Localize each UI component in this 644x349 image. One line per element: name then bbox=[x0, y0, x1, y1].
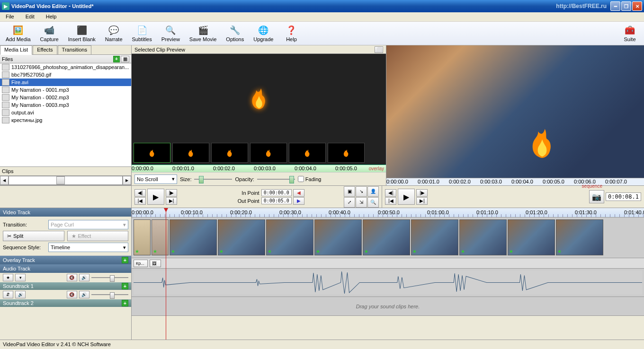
add-st1-button[interactable]: + bbox=[122, 283, 128, 289]
files-view-button[interactable]: ▦ bbox=[121, 56, 129, 62]
file-item[interactable]: My Narration - 0001.mp3 bbox=[0, 86, 131, 94]
video-clip[interactable] bbox=[134, 219, 151, 255]
add-st2-button[interactable]: + bbox=[122, 300, 128, 306]
seq-play-button[interactable]: ▶ bbox=[398, 189, 415, 205]
file-item[interactable]: My Narration - 0002.mp3 bbox=[0, 94, 131, 101]
subtitles-button[interactable]: 📄Subtitles bbox=[129, 24, 155, 43]
video-clip[interactable] bbox=[170, 219, 217, 255]
soundtrack-lane[interactable]: Drag your sound clips here. bbox=[132, 297, 644, 316]
st1-mute-button[interactable]: 🔇 bbox=[67, 291, 77, 298]
suite-button[interactable]: 🧰Suite bbox=[618, 24, 641, 43]
clip-end-button[interactable]: ▶| bbox=[166, 197, 177, 205]
video-track[interactable] bbox=[132, 218, 644, 258]
video-clip[interactable] bbox=[459, 219, 507, 255]
clip-play-button[interactable]: ▶ bbox=[147, 189, 164, 205]
file-list[interactable]: 1310276966_photoshop_animation_disappear… bbox=[0, 63, 131, 166]
thumbnail[interactable] bbox=[289, 143, 326, 163]
fading-checkbox[interactable]: Fading bbox=[298, 176, 322, 182]
insert-blank-button[interactable]: ⬛Insert Blank bbox=[65, 24, 98, 43]
audio-track[interactable] bbox=[132, 269, 644, 297]
file-item[interactable]: bbc79f527050.gif bbox=[0, 71, 131, 79]
fit-button[interactable]: ⤢ bbox=[344, 197, 355, 208]
menu-help[interactable]: Help bbox=[43, 13, 60, 20]
star-button[interactable]: ★ bbox=[3, 274, 13, 281]
thumbnail[interactable] bbox=[211, 143, 248, 163]
video-clip[interactable] bbox=[556, 219, 603, 255]
thumbnail[interactable] bbox=[328, 143, 365, 163]
seq-style-select[interactable]: Timeline▾ bbox=[48, 243, 128, 252]
upgrade-button[interactable]: 🌐Upgrade bbox=[250, 24, 276, 43]
st1-volume-slider[interactable] bbox=[91, 291, 129, 298]
scroll-mode-select[interactable]: No Scroll▾ bbox=[134, 174, 177, 184]
insert-both-button[interactable]: ⇲ bbox=[356, 197, 367, 208]
menu-file[interactable]: File bbox=[3, 13, 17, 20]
opacity-slider[interactable] bbox=[257, 175, 295, 183]
set-in-button[interactable]: ◀ bbox=[293, 189, 304, 197]
file-item[interactable]: крестины.jpg bbox=[0, 116, 131, 124]
video-clip[interactable] bbox=[411, 219, 458, 255]
overlay-clip[interactable]: Кр... bbox=[134, 260, 148, 267]
in-point-value[interactable]: 0:00:00.0 bbox=[261, 189, 292, 196]
file-item[interactable]: Fire.avi bbox=[0, 79, 131, 86]
effect-button[interactable]: ★Effect bbox=[67, 231, 129, 241]
video-clip[interactable] bbox=[266, 219, 313, 255]
playhead[interactable] bbox=[166, 208, 166, 340]
video-clip[interactable] bbox=[508, 219, 555, 255]
st1-vol-button[interactable]: 🔊 bbox=[15, 291, 26, 298]
clip-expand-button[interactable]: ⬜ bbox=[375, 46, 383, 53]
sequence-ruler[interactable]: 0:00:00.00:00:01.00:00:02.00:00:03.00:00… bbox=[386, 178, 644, 185]
help-button[interactable]: ❓Help bbox=[280, 24, 303, 43]
thumbnail[interactable] bbox=[250, 143, 287, 163]
add-overlay-button[interactable]: + bbox=[122, 257, 128, 263]
seq-end-button[interactable]: ▶| bbox=[416, 197, 428, 205]
sequence-video-display[interactable] bbox=[386, 45, 644, 178]
file-item[interactable]: output.avi bbox=[0, 109, 131, 116]
menu-edit[interactable]: Edit bbox=[23, 13, 37, 20]
scroll-thumb[interactable] bbox=[56, 176, 65, 184]
narrate-button[interactable]: 💬Narrate bbox=[102, 24, 125, 43]
insert-person-button[interactable]: 👤 bbox=[367, 186, 379, 197]
options-button[interactable]: 🔧Options bbox=[223, 24, 247, 43]
seq-prev-frame-button[interactable]: ◀| bbox=[385, 189, 396, 197]
transition-select[interactable]: Page Curl▾ bbox=[48, 220, 128, 229]
preview-button[interactable]: 🔍Preview bbox=[159, 24, 183, 43]
snapshot-button[interactable]: 📷 bbox=[589, 190, 604, 203]
thumbnail[interactable] bbox=[172, 143, 209, 163]
mute-button[interactable]: 🔇 bbox=[67, 274, 77, 281]
clips-scrollbar[interactable]: ◀ ▶ bbox=[0, 176, 131, 185]
thumbnail[interactable] bbox=[134, 143, 170, 163]
set-out-button[interactable]: ▶ bbox=[293, 197, 304, 205]
timeline[interactable]: 0:00:00.00:00:10.00:00:20.00:00:30.00:00… bbox=[132, 208, 644, 340]
insert-video-button[interactable]: ↘ bbox=[356, 186, 367, 197]
maximize-button[interactable]: ❐ bbox=[621, 1, 631, 11]
size-slider[interactable] bbox=[194, 175, 232, 183]
vol-button[interactable]: 🔊 bbox=[79, 274, 89, 281]
clip-ruler[interactable]: overlay 0:00:00.00:00:01.00:00:02.00:00:… bbox=[132, 165, 386, 172]
scroll-left-button[interactable]: ◀ bbox=[0, 176, 9, 185]
seq-start-button[interactable]: |◀ bbox=[385, 197, 396, 205]
close-button[interactable]: ✕ bbox=[632, 1, 642, 11]
video-clip[interactable] bbox=[363, 219, 410, 255]
scroll-track[interactable] bbox=[9, 176, 123, 185]
volume-slider[interactable] bbox=[91, 274, 129, 281]
tab-effects[interactable]: Effects bbox=[33, 45, 57, 54]
video-clip[interactable] bbox=[218, 219, 265, 255]
tab-transitions[interactable]: Transitions bbox=[58, 45, 91, 54]
out-point-value[interactable]: 0:00:05.0 bbox=[261, 197, 292, 204]
split-button[interactable]: ✂Split bbox=[3, 231, 64, 241]
capture-button[interactable]: 📹Capture bbox=[37, 24, 62, 43]
st1-speaker-button[interactable]: 🔊 bbox=[79, 291, 89, 298]
scroll-right-button[interactable]: ▶ bbox=[123, 176, 131, 185]
clip-video-display[interactable] bbox=[132, 54, 386, 141]
timeline-ruler[interactable]: 0:00:00.00:00:10.00:00:20.00:00:30.00:00… bbox=[132, 208, 644, 218]
save-movie-button[interactable]: 🎬Save Movie bbox=[187, 24, 219, 43]
clip-prev-frame-button[interactable]: ◀| bbox=[134, 189, 146, 197]
dropdown-button[interactable]: ▾ bbox=[15, 274, 26, 281]
file-item[interactable]: My Narration - 0003.mp3 bbox=[0, 101, 131, 109]
clip-start-button[interactable]: |◀ bbox=[134, 197, 146, 205]
st1-link-button[interactable]: ⇵ bbox=[3, 291, 13, 298]
zoom-button[interactable]: 🔍 bbox=[367, 197, 379, 208]
add-file-button[interactable]: + bbox=[113, 56, 120, 62]
tab-media-list[interactable]: Media List bbox=[0, 45, 32, 55]
crop-button[interactable]: ▣ bbox=[344, 186, 355, 197]
